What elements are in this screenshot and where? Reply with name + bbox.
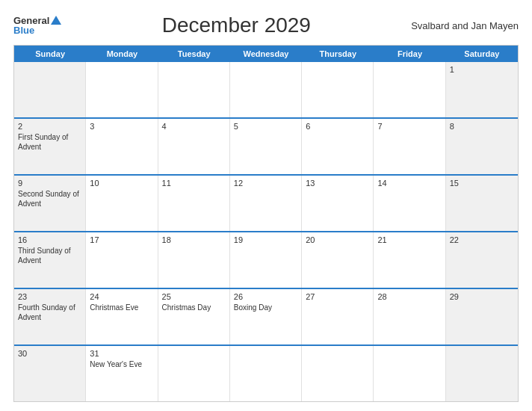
cell-w4-mon: 17 <box>86 232 158 288</box>
cell-w5-tue: 25 Christmas Day <box>158 289 230 344</box>
day-number: 26 <box>234 292 297 301</box>
cell-w5-mon: 24 Christmas Eve <box>86 289 158 344</box>
day-number: 6 <box>306 122 369 131</box>
cell-w2-thu: 6 <box>302 119 374 174</box>
cell-w5-thu: 27 <box>302 289 374 344</box>
day-number: 28 <box>377 292 441 301</box>
day-number: 13 <box>306 179 369 188</box>
week-5: 23 Fourth Sunday of Advent 24 Christmas … <box>14 288 518 344</box>
cell-w5-sat: 29 <box>446 289 518 344</box>
day-number: 29 <box>450 292 514 301</box>
cell-w3-tue: 11 <box>158 176 230 231</box>
week-3: 9 Second Sunday of Advent 10 11 12 13 14 <box>14 174 518 231</box>
cell-w3-mon: 10 <box>86 176 158 231</box>
header-tuesday: Tuesday <box>158 46 230 62</box>
day-number: 3 <box>90 122 153 131</box>
day-number: 27 <box>306 292 369 301</box>
cell-w4-sat: 22 <box>446 232 518 288</box>
cell-w5-sun: 23 Fourth Sunday of Advent <box>14 289 86 344</box>
logo-blue-text: Blue <box>13 25 34 35</box>
day-number: 4 <box>162 122 226 131</box>
header-sunday: Sunday <box>14 46 86 62</box>
day-number: 18 <box>162 235 226 244</box>
day-number: 7 <box>377 122 441 131</box>
event: Fourth Sunday of Advent <box>18 303 81 322</box>
cell-w2-tue: 4 <box>158 119 230 174</box>
cell-w6-fri <box>374 346 445 401</box>
cell-w1-fri <box>374 62 445 117</box>
cell-w4-sun: 16 Third Sunday of Advent <box>14 232 86 288</box>
header-wednesday: Wednesday <box>230 46 302 62</box>
cell-w2-sat: 8 <box>446 119 518 174</box>
cell-w1-sat: 1 <box>446 62 518 117</box>
header-friday: Friday <box>374 46 445 62</box>
cell-w6-tue <box>158 346 230 401</box>
cell-w2-mon: 3 <box>86 119 158 174</box>
header-saturday: Saturday <box>446 46 518 62</box>
logo-triangle-icon <box>51 16 61 25</box>
calendar-body: 1 2 First Sunday of Advent 3 4 5 <box>14 62 518 401</box>
cell-w5-fri: 28 <box>374 289 445 344</box>
cell-w3-fri: 14 <box>374 176 445 231</box>
page-title: December 2029 <box>61 13 411 37</box>
day-number: 10 <box>90 179 153 188</box>
cell-w1-sun <box>14 62 86 117</box>
cell-w6-mon: 31 New Year's Eve <box>86 346 158 401</box>
day-number: 8 <box>450 122 514 131</box>
cell-w3-sat: 15 <box>446 176 518 231</box>
cell-w6-sun: 30 <box>14 346 86 401</box>
day-number: 17 <box>90 235 153 244</box>
week-6: 30 31 New Year's Eve <box>14 344 518 401</box>
cell-w4-fri: 21 <box>374 232 445 288</box>
day-number: 11 <box>162 179 226 188</box>
cell-w1-tue <box>158 62 230 117</box>
cell-w6-sat <box>446 346 518 401</box>
day-number: 30 <box>18 349 81 358</box>
day-number: 12 <box>234 179 297 188</box>
region-label: Svalbard and Jan Mayen <box>411 20 519 31</box>
cell-w1-thu <box>302 62 374 117</box>
day-number: 21 <box>377 235 441 244</box>
cell-w2-wed: 5 <box>230 119 302 174</box>
cell-w3-sun: 9 Second Sunday of Advent <box>14 176 86 231</box>
calendar: Sunday Monday Tuesday Wednesday Thursday… <box>13 45 519 402</box>
event: First Sunday of Advent <box>18 132 81 152</box>
week-1: 1 <box>14 62 518 117</box>
event: Christmas Eve <box>90 303 153 312</box>
day-number: 15 <box>450 179 514 188</box>
day-number: 20 <box>306 235 369 244</box>
event: New Year's Eve <box>90 359 153 369</box>
logo: General Blue <box>13 16 61 35</box>
day-number: 23 <box>18 292 81 301</box>
cell-w2-sun: 2 First Sunday of Advent <box>14 119 86 174</box>
day-number: 9 <box>18 179 81 188</box>
week-2: 2 First Sunday of Advent 3 4 5 6 7 <box>14 117 518 174</box>
cell-w5-wed: 26 Boxing Day <box>230 289 302 344</box>
header-thursday: Thursday <box>302 46 374 62</box>
day-number: 31 <box>90 349 153 358</box>
day-number: 19 <box>234 235 297 244</box>
day-number: 14 <box>377 179 441 188</box>
day-number: 24 <box>90 292 153 301</box>
day-number: 1 <box>450 65 514 74</box>
header: General Blue December 2029 Svalbard and … <box>13 13 519 37</box>
day-number: 16 <box>18 235 81 244</box>
cell-w1-wed <box>230 62 302 117</box>
cell-w4-wed: 19 <box>230 232 302 288</box>
day-number: 2 <box>18 122 81 131</box>
cell-w4-thu: 20 <box>302 232 374 288</box>
header-monday: Monday <box>86 46 158 62</box>
day-number: 5 <box>234 122 297 131</box>
calendar-header: Sunday Monday Tuesday Wednesday Thursday… <box>14 46 518 62</box>
cell-w3-wed: 12 <box>230 176 302 231</box>
cell-w4-tue: 18 <box>158 232 230 288</box>
cell-w3-thu: 13 <box>302 176 374 231</box>
day-number: 22 <box>450 235 514 244</box>
page: General Blue December 2029 Svalbard and … <box>0 0 532 411</box>
event: Christmas Day <box>162 303 226 312</box>
cell-w1-mon <box>86 62 158 117</box>
day-number: 25 <box>162 292 226 301</box>
event: Third Sunday of Advent <box>18 246 81 265</box>
week-4: 16 Third Sunday of Advent 17 18 19 20 21 <box>14 231 518 288</box>
event: Boxing Day <box>234 303 297 312</box>
